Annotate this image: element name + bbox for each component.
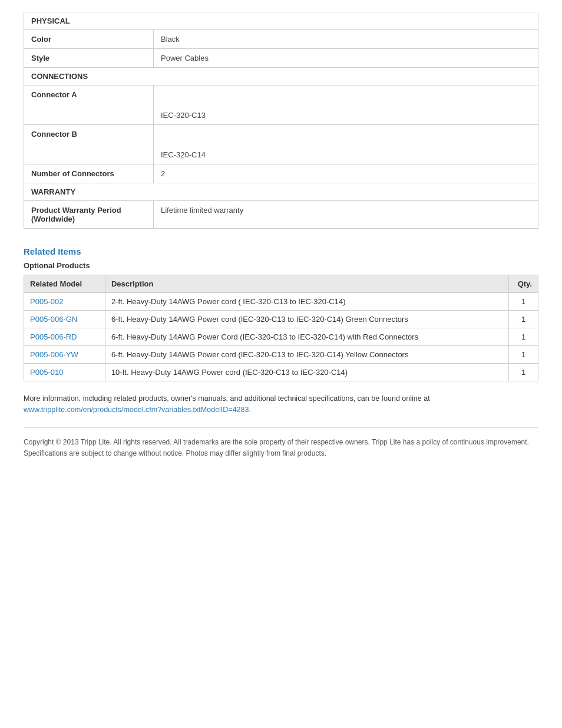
related-table-row: P005-01010-ft. Heavy-Duty 14AWG Power co… — [24, 364, 538, 381]
related-qty-cell: 1 — [509, 328, 538, 346]
related-model-cell: P005-002 — [24, 293, 105, 311]
related-model-cell: P005-006-YW — [24, 346, 105, 364]
related-model-cell: P005-010 — [24, 364, 105, 381]
related-model-link[interactable]: P005-006-RD — [30, 332, 77, 341]
related-model-link[interactable]: P005-006-YW — [30, 350, 78, 359]
spec-value: IEC-320-C14 — [154, 125, 538, 164]
related-model-link[interactable]: P005-010 — [30, 368, 63, 377]
related-items-table: Related Model Description Qty. P005-0022… — [24, 275, 538, 381]
info-text: More information, including related prod… — [24, 393, 538, 416]
optional-products-label: Optional Products — [24, 261, 538, 270]
spec-section-header: PHYSICAL — [24, 12, 538, 30]
related-model-link[interactable]: P005-006-GN — [30, 315, 77, 324]
spec-value: 2 — [154, 164, 538, 183]
related-table-row: P005-006-GN6-ft. Heavy-Duty 14AWG Power … — [24, 311, 538, 328]
spec-value: Power Cables — [154, 49, 538, 68]
spec-section-header: WARRANTY — [24, 183, 538, 201]
related-model-link[interactable]: P005-002 — [30, 297, 63, 306]
specs-table: PHYSICALColorBlackStylePower CablesCONNE… — [24, 12, 538, 229]
related-model-cell: P005-006-GN — [24, 311, 105, 328]
spec-section-header: CONNECTIONS — [24, 68, 538, 85]
spec-label: Connector B — [24, 125, 154, 164]
related-qty-cell: 1 — [509, 311, 538, 328]
related-table-row: P005-006-YW6-ft. Heavy-Duty 14AWG Power … — [24, 346, 538, 364]
description-header: Description — [105, 275, 508, 293]
related-description-cell: 6-ft. Heavy-Duty 14AWG Power Cord (IEC-3… — [105, 328, 508, 346]
spec-label: Connector A — [24, 85, 154, 125]
spec-value: Black — [154, 30, 538, 49]
qty-header: Qty. — [509, 275, 538, 293]
info-text-main: More information, including related prod… — [24, 394, 430, 403]
spec-value: Lifetime limited warranty — [154, 201, 538, 229]
related-table-row: P005-0022-ft. Heavy-Duty 14AWG Power cor… — [24, 293, 538, 311]
related-qty-cell: 1 — [509, 364, 538, 381]
spec-label: Color — [24, 30, 154, 49]
spec-label: Number of Connectors — [24, 164, 154, 183]
related-table-row: P005-006-RD6-ft. Heavy-Duty 14AWG Power … — [24, 328, 538, 346]
related-model-cell: P005-006-RD — [24, 328, 105, 346]
spec-label: Product Warranty Period (Worldwide) — [24, 201, 154, 229]
related-table-header-row: Related Model Description Qty. — [24, 275, 538, 293]
related-model-header: Related Model — [24, 275, 105, 293]
related-items-title: Related Items — [24, 246, 538, 256]
spec-value: IEC-320-C13 — [154, 85, 538, 125]
related-description-cell: 6-ft. Heavy-Duty 14AWG Power cord (IEC-3… — [105, 346, 508, 364]
copyright-text: Copyright © 2013 Tripp Lite. All rights … — [24, 427, 538, 459]
info-link[interactable]: www.tripplite.com/en/products/model.cfm?… — [24, 406, 251, 414]
related-description-cell: 2-ft. Heavy-Duty 14AWG Power cord ( IEC-… — [105, 293, 508, 311]
related-qty-cell: 1 — [509, 346, 538, 364]
related-description-cell: 10-ft. Heavy-Duty 14AWG Power cord (IEC-… — [105, 364, 508, 381]
related-items-section: Related Items Optional Products Related … — [24, 246, 538, 381]
related-description-cell: 6-ft. Heavy-Duty 14AWG Power cord (IEC-3… — [105, 311, 508, 328]
related-qty-cell: 1 — [509, 293, 538, 311]
spec-label: Style — [24, 49, 154, 68]
